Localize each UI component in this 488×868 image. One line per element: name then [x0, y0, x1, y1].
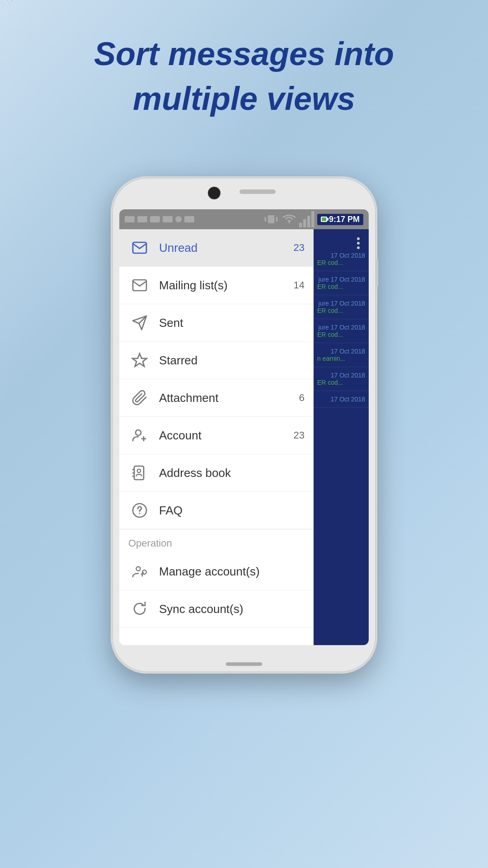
menu-item-sync[interactable]: Sync account(s) [119, 590, 314, 628]
email-item-2[interactable]: jure 17 Oct 2018 ER cod... [314, 271, 369, 295]
status-icon-1 [125, 216, 135, 222]
email-preview-3: ER cod... [317, 307, 365, 314]
email-item-5[interactable]: 17 Oct 2018 n earnin... [314, 343, 369, 367]
phone-mockup: 9:17 PM Unread [111, 176, 377, 674]
battery-icon [321, 217, 327, 222]
attachment-badge: 6 [299, 392, 305, 404]
menu-item-mailing[interactable]: Mailing list(s) 14 [119, 267, 314, 304]
menu-panel: Unread 23 Mailing list(s) 14 [119, 229, 314, 645]
menu-item-addressbook[interactable]: Address book [119, 454, 314, 492]
menu-item-account[interactable]: Account 23 [119, 417, 314, 454]
email-date-6: 17 Oct 2018 [317, 372, 365, 379]
phone-outer: 9:17 PM Unread [111, 176, 377, 674]
svg-rect-26 [307, 216, 310, 227]
send-icon [128, 311, 151, 334]
sync-label: Sync account(s) [159, 602, 305, 616]
phone-camera [208, 187, 221, 199]
overflow-menu-button[interactable] [352, 234, 364, 253]
svg-marker-1 [6, 0, 9, 1]
menu-item-faq[interactable]: FAQ [119, 492, 314, 529]
phone-side-button [375, 259, 378, 286]
email-date-4: jure 17 Oct 2018 [317, 324, 365, 331]
svg-marker-16 [6, 13, 9, 15]
account-label: Account [159, 429, 294, 443]
status-icon-2 [137, 216, 147, 222]
menu-item-unread[interactable]: Unread 23 [119, 229, 314, 267]
status-icons-left [125, 216, 194, 222]
svg-marker-17 [9, 12, 12, 14]
status-icon-6 [184, 216, 194, 222]
menu-item-starred[interactable]: Starred [119, 342, 314, 379]
vibrate-icon [263, 211, 279, 227]
envelope-icon [128, 274, 151, 297]
svg-rect-27 [311, 211, 314, 227]
menu-item-attachment[interactable]: Attachment 6 [119, 379, 314, 417]
svg-marker-14 [10, 10, 13, 13]
unread-badge: 23 [294, 242, 305, 254]
email-date-5: 17 Oct 2018 [317, 348, 365, 355]
account-icon [128, 424, 151, 447]
email-item-4[interactable]: jure 17 Oct 2018 ER cod... [314, 319, 369, 343]
phone-speaker [239, 189, 276, 194]
status-time-text: 9:17 PM [329, 215, 360, 224]
status-time: 9:17 PM [317, 214, 363, 225]
email-date-1: 17 Oct 2018 [317, 252, 365, 259]
svg-marker-12 [4, 9, 7, 12]
svg-marker-23 [287, 220, 291, 224]
bg-polygon [0, 0, 16, 16]
manage-label: Manage account(s) [159, 565, 305, 579]
app-content: Unread 23 Mailing list(s) 14 [119, 229, 369, 645]
phone-home-button[interactable] [226, 662, 262, 666]
attachment-label: Attachment [159, 391, 299, 405]
addressbook-label: Address book [159, 466, 305, 480]
wifi-icon [281, 211, 297, 227]
svg-marker-9 [6, 4, 9, 5]
star-icon [128, 349, 151, 372]
dot2 [357, 242, 360, 245]
svg-marker-19 [9, 5, 12, 8]
email-panel: 17 Oct 2018 ER cod... jure 17 Oct 2018 E… [314, 229, 369, 645]
status-bar-right: 9:17 PM [263, 211, 363, 227]
manage-accounts-icon [128, 560, 151, 583]
menu-item-manage[interactable]: Manage account(s) [119, 553, 314, 590]
mailing-badge: 14 [294, 279, 305, 291]
operation-section-header: Operation [119, 529, 314, 553]
email-date-7: 17 Oct 2018 [317, 396, 365, 403]
paperclip-icon [128, 387, 151, 409]
svg-marker-10 [9, 4, 11, 5]
sent-label: Sent [159, 316, 305, 330]
svg-marker-18 [5, 6, 7, 9]
status-icon-4 [163, 216, 173, 222]
headline: Sort messages into multiple views [0, 36, 488, 117]
account-badge: 23 [294, 429, 305, 441]
email-date-2: jure 17 Oct 2018 [317, 276, 365, 283]
status-icon-5 [175, 216, 182, 222]
faq-icon [128, 499, 151, 522]
email-preview-5: n earnin... [317, 355, 365, 362]
email-item-3[interactable]: jure 17 Oct 2018 ER cod... [314, 295, 369, 319]
svg-marker-15 [4, 13, 6, 15]
svg-point-30 [136, 430, 141, 435]
email-preview-1: ER cod... [317, 259, 365, 266]
svg-rect-21 [265, 217, 267, 222]
menu-item-sent[interactable]: Sent [119, 304, 314, 342]
email-item-6[interactable]: 17 Oct 2018 ER cod... [314, 367, 369, 391]
status-bar: 9:17 PM [119, 209, 369, 229]
dot3 [357, 246, 360, 249]
signal-icon [299, 211, 315, 227]
email-date-3: jure 17 Oct 2018 [317, 300, 365, 307]
unread-label: Unread [159, 241, 294, 255]
email-preview-6: ER cod... [317, 379, 365, 386]
email-item-7[interactable]: 17 Oct 2018 [314, 391, 369, 408]
status-icon-3 [150, 216, 160, 222]
addressbook-icon [128, 462, 151, 484]
svg-marker-8 [4, 3, 6, 5]
svg-point-34 [139, 513, 141, 514]
svg-marker-6 [7, 1, 10, 4]
sync-icon [128, 598, 151, 620]
svg-rect-20 [268, 215, 274, 223]
envelope-filled-icon [128, 236, 151, 259]
email-preview-2: ER cod... [317, 283, 365, 290]
faq-label: FAQ [159, 504, 305, 518]
email-preview-4: ER cod... [317, 331, 365, 338]
